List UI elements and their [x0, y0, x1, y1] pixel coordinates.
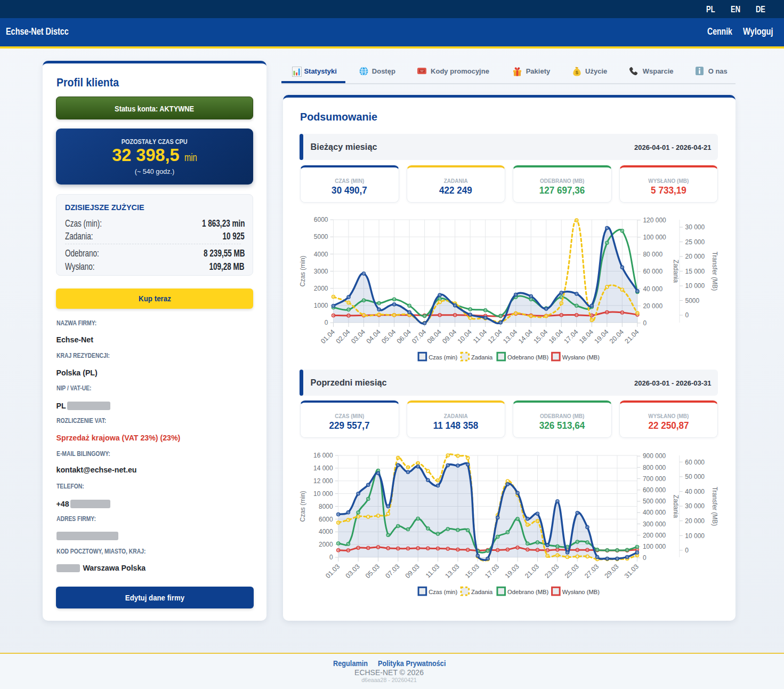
svg-text:100 000: 100 000 — [643, 543, 666, 550]
svg-text:13.03: 13.03 — [444, 563, 461, 580]
svg-text:10 000: 10 000 — [313, 490, 333, 498]
svg-text:16 000: 16 000 — [313, 452, 333, 459]
svg-text:15 000: 15 000 — [685, 268, 705, 275]
svg-text:Odebrano (MB): Odebrano (MB) — [507, 354, 548, 360]
svg-text:Transfer (MB): Transfer (MB) — [711, 252, 718, 291]
svg-text:Zadania: Zadania — [672, 495, 680, 518]
svg-text:18.04: 18.04 — [578, 328, 595, 345]
svg-text:50 000: 50 000 — [685, 473, 705, 480]
svg-text:07.03: 07.03 — [384, 563, 401, 580]
svg-text:4000: 4000 — [319, 528, 333, 535]
svg-text:05.04: 05.04 — [380, 328, 397, 345]
svg-text:Czas (min): Czas (min) — [429, 354, 457, 360]
svg-text:10 000: 10 000 — [685, 532, 705, 540]
svg-text:2000: 2000 — [314, 285, 328, 292]
svg-text:0: 0 — [643, 319, 646, 327]
svg-text:01.03: 01.03 — [324, 563, 341, 580]
svg-text:06.04: 06.04 — [395, 328, 413, 345]
svg-text:31.03: 31.03 — [623, 563, 640, 580]
svg-text:11.03: 11.03 — [424, 563, 441, 579]
svg-text:20 000: 20 000 — [643, 302, 662, 310]
svg-text:120 000: 120 000 — [643, 217, 666, 224]
svg-text:20 000: 20 000 — [685, 517, 705, 525]
svg-text:200 000: 200 000 — [643, 532, 666, 539]
svg-text:30 000: 30 000 — [685, 502, 705, 510]
svg-text:07.04: 07.04 — [410, 328, 427, 345]
svg-text:20 000: 20 000 — [685, 253, 705, 260]
svg-text:600 000: 600 000 — [643, 486, 666, 494]
svg-text:11.04: 11.04 — [472, 328, 488, 345]
svg-text:Transfer (MB): Transfer (MB) — [711, 487, 718, 526]
svg-text:900 000: 900 000 — [643, 452, 666, 460]
svg-text:0: 0 — [643, 554, 646, 562]
svg-text:30 000: 30 000 — [685, 223, 705, 231]
svg-text:5000: 5000 — [314, 233, 328, 241]
svg-text:09.03: 09.03 — [404, 563, 421, 580]
svg-text:14 000: 14 000 — [313, 464, 333, 472]
svg-text:12 000: 12 000 — [313, 477, 333, 485]
svg-text:0: 0 — [325, 319, 328, 326]
svg-text:60 000: 60 000 — [643, 268, 662, 275]
svg-text:04.04: 04.04 — [365, 328, 382, 345]
svg-text:700 000: 700 000 — [643, 475, 666, 483]
svg-text:17.03: 17.03 — [483, 563, 500, 580]
svg-text:15.03: 15.03 — [464, 563, 481, 580]
svg-text:Odebrano (MB): Odebrano (MB) — [507, 589, 548, 595]
svg-text:4000: 4000 — [314, 251, 328, 258]
svg-text:Zadania: Zadania — [471, 589, 493, 595]
svg-text:23.03: 23.03 — [543, 563, 560, 580]
svg-text:Wysłano (MB): Wysłano (MB) — [562, 354, 600, 360]
svg-text:17.04: 17.04 — [562, 328, 579, 345]
svg-text:12.04: 12.04 — [487, 328, 504, 345]
svg-text:20.04: 20.04 — [608, 328, 625, 345]
svg-text:800 000: 800 000 — [643, 464, 666, 471]
svg-text:27.03: 27.03 — [583, 563, 600, 580]
svg-text:$: $ — [575, 69, 578, 75]
svg-text:0: 0 — [685, 311, 689, 319]
svg-text:400 000: 400 000 — [643, 509, 666, 516]
svg-text:10 000: 10 000 — [685, 282, 705, 290]
svg-text:40 000: 40 000 — [643, 285, 662, 293]
svg-text:40 000: 40 000 — [685, 488, 705, 495]
svg-text:21.04: 21.04 — [624, 328, 641, 345]
svg-text:60 000: 60 000 — [685, 459, 705, 466]
svg-text:25.03: 25.03 — [563, 563, 580, 580]
svg-text:2000: 2000 — [319, 541, 333, 548]
svg-text:1000: 1000 — [314, 302, 328, 309]
svg-text:16.04: 16.04 — [547, 328, 564, 345]
svg-text:6000: 6000 — [314, 216, 328, 223]
svg-text:Czas (min): Czas (min) — [299, 255, 306, 286]
svg-text:0: 0 — [329, 554, 333, 561]
svg-text:0: 0 — [685, 547, 689, 554]
svg-text:500 000: 500 000 — [643, 498, 666, 505]
svg-text:13.04: 13.04 — [502, 328, 519, 345]
svg-text:21.03: 21.03 — [523, 563, 540, 580]
svg-text:14.04: 14.04 — [517, 328, 534, 345]
svg-text:8000: 8000 — [319, 503, 333, 510]
svg-text:100 000: 100 000 — [643, 234, 666, 241]
svg-text:80 000: 80 000 — [643, 251, 662, 258]
svg-text:Zadania: Zadania — [672, 260, 680, 283]
svg-text:19.04: 19.04 — [593, 328, 610, 345]
svg-text:15.04: 15.04 — [532, 328, 549, 345]
svg-text:29.03: 29.03 — [603, 563, 620, 580]
svg-text:09.04: 09.04 — [441, 328, 458, 345]
svg-text:01.04: 01.04 — [319, 328, 336, 345]
svg-text:Czas (min): Czas (min) — [299, 491, 306, 522]
svg-text:03.04: 03.04 — [350, 328, 367, 345]
svg-text:Zadania: Zadania — [471, 354, 493, 360]
svg-text:300 000: 300 000 — [643, 520, 666, 528]
svg-text:19.03: 19.03 — [504, 563, 521, 580]
svg-text:Wysłano (MB): Wysłano (MB) — [562, 589, 600, 595]
svg-text:03.03: 03.03 — [344, 563, 361, 580]
svg-text:6000: 6000 — [319, 516, 333, 523]
svg-text:5000: 5000 — [685, 297, 700, 305]
svg-text:Czas (min): Czas (min) — [429, 589, 457, 595]
svg-text:10.04: 10.04 — [456, 328, 473, 345]
svg-text:02.04: 02.04 — [335, 328, 352, 345]
svg-text:05.03: 05.03 — [364, 563, 381, 580]
svg-text:25 000: 25 000 — [685, 238, 705, 246]
svg-text:08.04: 08.04 — [426, 328, 443, 345]
svg-text:3000: 3000 — [314, 268, 328, 275]
